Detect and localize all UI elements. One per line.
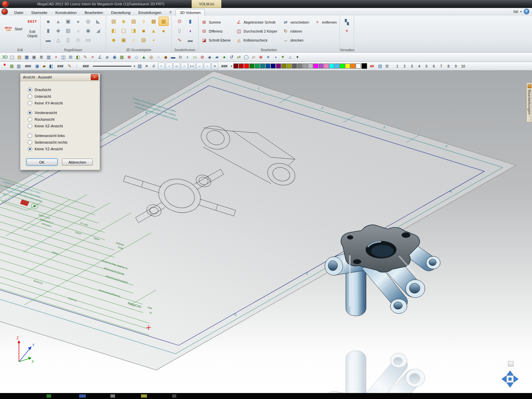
shape-icon[interactable]: ○ — [73, 26, 83, 35]
tool-icon[interactable]: + — [53, 54, 60, 61]
radio-vorderansicht[interactable]: Vorderansicht — [28, 109, 100, 116]
tool-icon[interactable]: ⌀ — [104, 54, 111, 61]
shape-icon[interactable]: ◧ — [109, 26, 119, 35]
shape-icon[interactable]: ▭ — [83, 35, 93, 45]
ribbon-button-entfernen[interactable]: ×entfernen — [315, 20, 337, 25]
taskbar-app[interactable] — [47, 394, 51, 398]
tool-icon[interactable]: ⊘ — [199, 54, 206, 61]
shape-icon[interactable]: ▬ — [185, 35, 196, 45]
shape-icon[interactable]: ▯ — [63, 35, 73, 45]
tool-icon[interactable]: ⊖ — [177, 54, 184, 61]
color-swatch[interactable] — [308, 64, 313, 68]
zoom-icon[interactable]: ↕ — [204, 63, 211, 69]
tool-icon[interactable]: ▢ — [9, 54, 16, 61]
color-swatch[interactable] — [340, 64, 345, 68]
pen-number[interactable]: 10 — [460, 64, 467, 68]
color-swatch[interactable] — [276, 64, 281, 68]
pen-number[interactable]: 9 — [452, 64, 460, 68]
tool-icon[interactable]: ◑ — [272, 54, 279, 61]
pen-number[interactable]: 4 — [416, 64, 423, 68]
tool-icon[interactable]: ⇄ — [235, 54, 242, 61]
tool-icon[interactable]: ◉ — [111, 54, 118, 61]
tool-icon[interactable]: ◧ — [74, 54, 81, 61]
ribbon-tab-konstruktion[interactable]: Konstruktion — [51, 9, 80, 16]
shape-icon[interactable]: ▚ — [344, 19, 349, 26]
tool-icon[interactable]: ⌂ — [287, 54, 294, 61]
tool-icon[interactable]: 3D — [1, 54, 8, 61]
tool-icon[interactable]: ≡ — [143, 63, 150, 69]
tool-icon[interactable]: ▦ — [23, 54, 30, 61]
shape-icon[interactable]: ▧ — [109, 17, 119, 26]
ribbon-tab-einstellungen[interactable]: Einstellungen — [134, 9, 165, 16]
shape-icon[interactable]: ◊ — [139, 17, 149, 26]
pen-number[interactable]: 2 — [401, 64, 408, 68]
tool-icon[interactable]: ▤ — [16, 54, 23, 61]
tool-icon[interactable]: ◇ — [133, 54, 140, 61]
ribbon-button-verschieben[interactable]: ⇄verschieben — [283, 20, 309, 25]
ribbon-tab-startseite[interactable]: Startseite — [27, 9, 52, 16]
tool-icon[interactable]: × — [89, 54, 96, 61]
shape-icon[interactable]: ◨ — [129, 26, 139, 35]
zoom-icon[interactable]: % — [211, 63, 218, 69]
tool-icon[interactable]: ▱ — [250, 54, 257, 61]
ribbon-button-rotieren[interactable]: ↻rotieren — [283, 29, 309, 34]
shape-icon[interactable]: ◉ — [83, 26, 93, 35]
zoom-icon[interactable]: − — [166, 63, 173, 69]
tool-icon[interactable]: ✎ — [66, 63, 73, 69]
tool-icon[interactable]: # — [150, 63, 157, 69]
shape-icon[interactable]: ▲ — [149, 26, 159, 35]
tool-icon[interactable]: ≣ — [384, 63, 391, 69]
color-swatch[interactable] — [329, 64, 334, 68]
tool-icon[interactable]: ◎ — [148, 54, 155, 61]
shape-icon[interactable]: ◆ — [53, 26, 63, 35]
radio-r-ckansicht[interactable]: Rückansicht — [28, 116, 100, 123]
dialog-title-bar[interactable]: Ansicht - Auswahl × — [20, 73, 100, 81]
ribbon-tab-darstellung[interactable]: Darstellung — [107, 9, 134, 16]
model-3d[interactable] — [325, 225, 440, 316]
tool-icon[interactable]: ◫ — [60, 54, 67, 61]
color-swatch[interactable] — [265, 64, 270, 68]
shape-icon[interactable]: ▤ — [139, 35, 149, 45]
shape-icon[interactable]: ◣ — [93, 17, 103, 26]
shape-icon[interactable]: △ — [53, 35, 63, 45]
pen-number[interactable]: 6 — [430, 64, 438, 68]
close-icon[interactable]: × — [91, 74, 98, 80]
ribbon-button-kollisionscheck[interactable]: ◬Kollisionscheck — [236, 38, 277, 43]
shape-icon[interactable]: ◆ — [109, 35, 119, 45]
shape-icon[interactable]: ▥ — [63, 26, 73, 35]
ribbon-tab-bearbeiten[interactable]: Bearbeiten — [80, 9, 107, 16]
start-button[interactable]: MEGA CAD Start — [3, 20, 23, 38]
ribbon-tab-datei[interactable]: Datei — [10, 9, 27, 16]
color-swatch[interactable] — [345, 64, 350, 68]
color-swatch[interactable] — [297, 64, 302, 68]
pen-number[interactable]: 8 — [445, 64, 452, 68]
shape-icon[interactable]: ▯ — [174, 26, 185, 35]
tool-icon[interactable]: ▤ — [136, 63, 143, 69]
color-swatch[interactable] — [260, 64, 265, 68]
tool-icon[interactable]: ∠ — [96, 54, 103, 61]
shape-icon[interactable]: ▪ — [149, 35, 159, 45]
color-swatch[interactable] — [287, 64, 292, 68]
tool-icon[interactable]: ▣ — [31, 54, 38, 61]
ribbon-button-summe[interactable]: ⊞Summe — [201, 20, 230, 25]
shape-icon[interactable]: ▮ — [43, 26, 53, 35]
tool-icon[interactable]: ▭ — [192, 54, 199, 61]
shape-icon[interactable]: ▨ — [129, 17, 139, 26]
ribbon-button-differenz[interactable]: ⊟Differenz — [201, 29, 230, 34]
current-color-swatch[interactable] — [361, 63, 367, 69]
help-icon[interactable]: ? — [524, 9, 529, 14]
radio-keine-xy-ansicht[interactable]: Keine XY-Ansicht — [28, 100, 100, 106]
shape-icon[interactable]: + — [345, 28, 348, 34]
shape-icon[interactable]: ▩ — [149, 17, 159, 26]
shape-icon[interactable]: ▦ — [159, 17, 169, 26]
shape-icon[interactable]: ▣ — [63, 17, 73, 26]
taskbar-app[interactable] — [79, 394, 86, 398]
taskbar-app[interactable] — [141, 394, 147, 398]
radio-seitenansicht-links[interactable]: Seitenansicht links — [28, 132, 100, 139]
shape-icon[interactable]: ▬ — [43, 35, 53, 45]
ribbon-button-schnitt-ebene[interactable]: ◪Schnitt Ebene — [201, 38, 230, 43]
edit-objekt-button[interactable]: EDIT Edit Objekt — [27, 20, 37, 38]
tool-icon[interactable]: ◈ — [206, 54, 213, 61]
color-swatch[interactable] — [249, 64, 254, 68]
tool-icon[interactable]: ⊕ — [126, 54, 133, 61]
